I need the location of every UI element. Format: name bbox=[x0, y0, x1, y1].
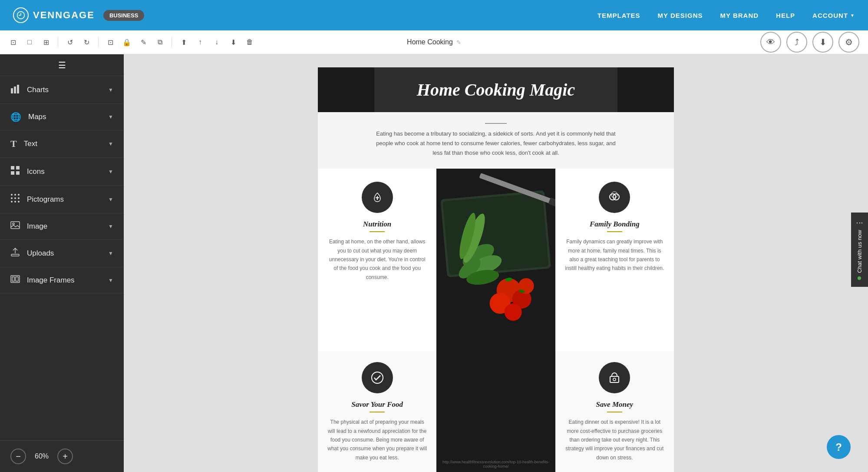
chat-label: Chat with us now bbox=[856, 230, 863, 273]
sidebar-item-charts[interactable]: Charts ▼ bbox=[0, 76, 124, 104]
nav-help[interactable]: HELP bbox=[776, 12, 795, 19]
svg-rect-7 bbox=[16, 166, 20, 170]
image-frames-icon bbox=[10, 275, 20, 285]
settings-icon[interactable]: ⚙ bbox=[838, 32, 859, 53]
image-chevron: ▼ bbox=[108, 223, 113, 229]
document-title: Home Cooking bbox=[407, 38, 453, 46]
svg-point-35 bbox=[505, 303, 522, 321]
pictograms-icon bbox=[10, 193, 20, 205]
savor-food-text: The physical act of preparing your meals… bbox=[327, 418, 428, 462]
sidebar-item-icons[interactable]: Icons ▼ bbox=[0, 158, 124, 186]
toolbar-frame-icon[interactable]: ⊡ bbox=[7, 36, 20, 49]
svg-rect-9 bbox=[16, 171, 20, 175]
zoom-out-button[interactable]: − bbox=[10, 449, 26, 464]
sidebar-item-image-frames[interactable]: Image Frames ▼ bbox=[0, 267, 124, 293]
nav-my-designs[interactable]: MY DESIGNS bbox=[658, 12, 703, 19]
preview-icon[interactable]: 👁 bbox=[760, 32, 781, 53]
nutrition-title: Nutrition bbox=[327, 220, 428, 229]
svg-rect-8 bbox=[11, 171, 14, 175]
chat-button[interactable]: Chat with us now ⋮ bbox=[851, 213, 868, 287]
family-bonding-divider bbox=[607, 231, 622, 232]
help-icon: ? bbox=[835, 441, 842, 453]
logo-icon bbox=[13, 7, 29, 23]
intro-divider bbox=[485, 123, 507, 124]
family-bonding-icon bbox=[599, 182, 630, 213]
savor-food-divider bbox=[370, 412, 385, 412]
toolbar-image-icon[interactable]: ⊞ bbox=[40, 36, 53, 49]
infographic-intro: Eating has become a tributary to sociali… bbox=[318, 112, 674, 169]
nav-templates[interactable]: TEMPLATES bbox=[597, 12, 640, 19]
toolbar-lock-icon[interactable]: 🔒 bbox=[120, 36, 133, 49]
sidebar-footer: − 60% + bbox=[0, 440, 124, 472]
edit-title-icon[interactable]: ✎ bbox=[456, 39, 461, 46]
uploads-chevron: ▼ bbox=[108, 250, 113, 256]
bottom-section: Savor Your Food The physical act of prep… bbox=[318, 351, 674, 472]
toolbar-redo-icon[interactable]: ↻ bbox=[80, 36, 93, 49]
main-layout: ☰ Charts ▼ 🌐 Maps ▼ bbox=[0, 54, 868, 472]
section-save-money: Save Money Eating dinner out is expensiv… bbox=[555, 351, 674, 472]
svg-rect-24 bbox=[16, 277, 18, 281]
chat-online-indicator bbox=[858, 276, 861, 280]
save-money-icon bbox=[599, 362, 630, 393]
save-money-text: Eating dinner out is expensive! It is a … bbox=[564, 418, 665, 462]
svg-point-50 bbox=[613, 378, 616, 381]
infographic-title: Home Cooking Magic bbox=[417, 80, 575, 100]
editor-toolbar: ⊡ □ ⊞ ↺ ↻ ⊡ 🔒 ✎ ⧉ ⬆ ↑ ↓ ⬇ 🗑 Home Cooking… bbox=[0, 30, 868, 54]
text-chevron: ▼ bbox=[108, 141, 113, 147]
share-icon[interactable]: ⤴ bbox=[786, 32, 807, 53]
maps-chevron: ▼ bbox=[108, 114, 113, 120]
main-content: Nutrition Eating at home, on the other h… bbox=[318, 169, 674, 351]
toolbar-resize-icon[interactable]: ⊡ bbox=[104, 36, 117, 49]
nutrition-icon bbox=[362, 182, 393, 213]
food-svg bbox=[436, 169, 555, 351]
footer-url: http://www.healthfitnessrevolution.com/t… bbox=[441, 460, 551, 469]
help-button[interactable]: ? bbox=[827, 435, 851, 459]
brand-name[interactable]: VENNGAGE bbox=[33, 10, 95, 21]
svg-rect-4 bbox=[14, 86, 16, 93]
svg-rect-23 bbox=[12, 277, 14, 281]
nav-links: TEMPLATES MY DESIGNS MY BRAND HELP ACCOU… bbox=[597, 12, 855, 19]
toolbar-move-top-icon[interactable]: ⬆ bbox=[177, 36, 190, 49]
svg-point-10 bbox=[11, 194, 13, 196]
sidebar-item-uploads[interactable]: Uploads ▼ bbox=[0, 239, 124, 267]
toolbar-move-bottom-icon[interactable]: ⬇ bbox=[227, 36, 240, 49]
svg-point-15 bbox=[18, 197, 20, 199]
section-family-bonding: Family Bonding Family dynamics can great… bbox=[555, 169, 674, 351]
zoom-in-button[interactable]: + bbox=[57, 449, 73, 464]
svg-rect-19 bbox=[11, 222, 20, 229]
canvas-area[interactable]: Home Cooking Magic Eating has become a t… bbox=[124, 54, 868, 472]
sidebar-item-image[interactable]: Image ▼ bbox=[0, 213, 124, 239]
svg-point-11 bbox=[14, 194, 16, 196]
document-title-area: Home Cooking ✎ bbox=[407, 38, 461, 46]
toolbar-sep-2 bbox=[98, 37, 99, 47]
toolbar-move-up-icon[interactable]: ↑ bbox=[194, 36, 207, 49]
icons-chevron: ▼ bbox=[108, 169, 113, 175]
nav-account[interactable]: ACCOUNT bbox=[812, 12, 855, 19]
toolbar-delete-icon[interactable]: 🗑 bbox=[243, 36, 256, 49]
hamburger-menu[interactable]: ☰ bbox=[58, 60, 66, 70]
svg-point-12 bbox=[18, 194, 20, 196]
download-icon[interactable]: ⬇ bbox=[812, 32, 833, 53]
chat-menu-icon: ⋮ bbox=[855, 219, 864, 226]
toolbar-undo-icon[interactable]: ↺ bbox=[63, 36, 76, 49]
toolbar-move-down-icon[interactable]: ↓ bbox=[210, 36, 223, 49]
svg-rect-21 bbox=[11, 254, 19, 256]
family-bonding-text: Family dynamics can greatly improve with… bbox=[564, 237, 665, 273]
sidebar-item-pictograms[interactable]: Pictograms ▼ bbox=[0, 186, 124, 213]
sidebar-item-maps[interactable]: 🌐 Maps ▼ bbox=[0, 104, 124, 130]
toolbar-copy-icon[interactable]: ⧉ bbox=[153, 36, 166, 49]
nav-my-brand[interactable]: MY BRAND bbox=[720, 12, 759, 19]
business-badge: BUSINESS bbox=[103, 10, 144, 21]
text-icon: T bbox=[10, 138, 17, 150]
svg-point-16 bbox=[11, 201, 13, 203]
sidebar-uploads-label: Uploads bbox=[27, 249, 54, 258]
savor-food-icon bbox=[362, 362, 393, 393]
svg-point-17 bbox=[14, 201, 16, 203]
section-nutrition: Nutrition Eating at home, on the other h… bbox=[318, 169, 436, 351]
toolbar-edit-icon[interactable]: ✎ bbox=[137, 36, 150, 49]
svg-rect-49 bbox=[610, 376, 619, 382]
sidebar-text-label: Text bbox=[24, 140, 37, 148]
intro-text: Eating has become a tributary to sociali… bbox=[374, 129, 617, 158]
toolbar-select-icon[interactable]: □ bbox=[23, 36, 36, 49]
sidebar-item-text[interactable]: T Text ▼ bbox=[0, 130, 124, 158]
